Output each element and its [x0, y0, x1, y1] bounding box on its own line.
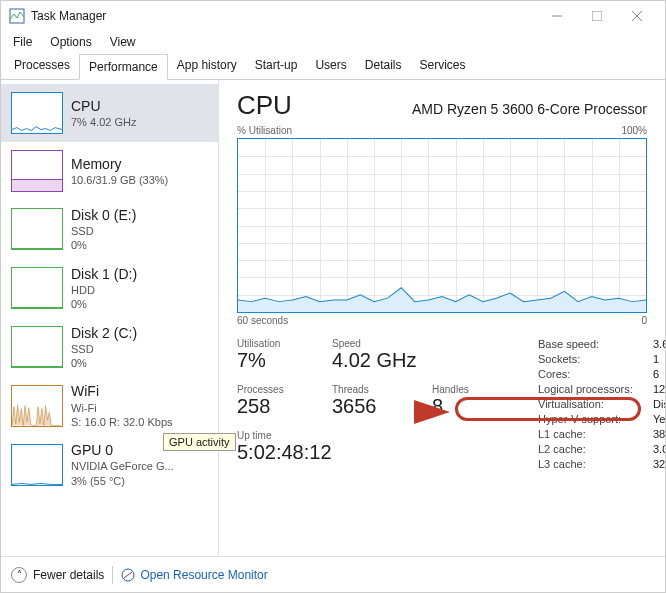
stat-value: Disabled [653, 398, 665, 410]
tab-services[interactable]: Services [410, 53, 474, 79]
memory-thumbnail-graph [11, 150, 63, 192]
body: CPU 7% 4.02 GHz Memory 10.6/31.9 GB (33%… [1, 80, 665, 556]
sidebar-item-sub2: 0% [71, 297, 137, 311]
stat-label: Processes [237, 384, 332, 395]
page-title: CPU [237, 90, 292, 121]
disk-thumbnail-graph [11, 326, 63, 368]
sidebar-item-disk1[interactable]: Disk 1 (D:) HDD 0% [1, 259, 218, 318]
window-title: Task Manager [31, 9, 537, 23]
tooltip: GPU activity [163, 433, 219, 451]
sidebar-item-sub: HDD [71, 283, 137, 297]
sidebar-item-label: WiFi [71, 382, 173, 400]
secondary-stats: Base speed:3.60 GHzSockets:1Cores:6Logic… [538, 338, 665, 472]
stat-label: Handles [432, 384, 532, 395]
fewer-details-label: Fewer details [33, 568, 104, 582]
sidebar-item-disk2[interactable]: Disk 2 (C:) SSD 0% [1, 318, 218, 377]
svg-rect-2 [592, 11, 602, 21]
stat-label: Logical processors: [538, 383, 653, 395]
maximize-button[interactable] [577, 2, 617, 30]
stat-threads: 3656 [332, 395, 432, 418]
svg-line-7 [124, 572, 132, 578]
close-button[interactable] [617, 2, 657, 30]
stat-processes: 258 [237, 395, 332, 418]
sidebar-item-sub2: 0% [71, 238, 136, 252]
tab-performance[interactable]: Performance [79, 54, 168, 80]
sidebar[interactable]: CPU 7% 4.02 GHz Memory 10.6/31.9 GB (33%… [1, 80, 219, 556]
cpu-model: AMD Ryzen 5 3600 6-Core Processor [412, 101, 647, 117]
stat-label: Hyper-V support: [538, 413, 653, 425]
tab-app-history[interactable]: App history [168, 53, 246, 79]
svg-marker-5 [238, 288, 646, 312]
menu-file[interactable]: File [5, 33, 40, 51]
stat-value: 3.0 MB [653, 443, 665, 455]
stat-value: 1 [653, 353, 665, 365]
sidebar-item-sub: Wi-Fi [71, 401, 173, 415]
divider [112, 566, 113, 584]
stat-utilisation: 7% [237, 349, 332, 372]
stat-speed: 4.02 GHz [332, 349, 432, 372]
stat-label: Up time [237, 430, 532, 441]
titlebar[interactable]: Task Manager [1, 1, 665, 31]
sidebar-item-cpu[interactable]: CPU 7% 4.02 GHz [1, 84, 218, 142]
fewer-details-button[interactable]: ˄ Fewer details [11, 567, 104, 583]
cpu-utilisation-chart[interactable] [237, 138, 647, 313]
stat-label: Sockets: [538, 353, 653, 365]
stat-handles: 8 [432, 395, 532, 418]
stat-value: 384 KB [653, 428, 665, 440]
stat-label: L2 cache: [538, 443, 653, 455]
sidebar-item-sub: NVIDIA GeForce G... [71, 459, 174, 473]
main-panel: CPU AMD Ryzen 5 3600 6-Core Processor % … [219, 80, 665, 556]
stat-label: Virtualisation: [538, 398, 653, 410]
tab-details[interactable]: Details [356, 53, 411, 79]
sidebar-item-label: Disk 0 (E:) [71, 206, 136, 224]
disk-thumbnail-graph [11, 208, 63, 250]
minimize-button[interactable] [537, 2, 577, 30]
sidebar-item-sub: SSD [71, 342, 137, 356]
wifi-thumbnail-graph [11, 385, 63, 427]
stat-uptime: 5:02:48:12 [237, 441, 532, 464]
stat-value: 3.60 GHz [653, 338, 665, 350]
stat-label: Threads [332, 384, 432, 395]
sidebar-item-memory[interactable]: Memory 10.6/31.9 GB (33%) [1, 142, 218, 200]
chart-label-topleft: % Utilisation [237, 125, 292, 136]
open-resource-monitor-label: Open Resource Monitor [140, 568, 267, 582]
sidebar-item-wifi[interactable]: WiFi Wi-Fi S: 16.0 R: 32.0 Kbps [1, 376, 218, 435]
sidebar-item-label: GPU 0 [71, 441, 174, 459]
sidebar-item-label: Disk 2 (C:) [71, 324, 137, 342]
window-controls [537, 2, 657, 30]
primary-stats: Utilisation 7% Speed 4.02 GHz Processes … [237, 338, 532, 472]
sidebar-item-sub2: 0% [71, 356, 137, 370]
tab-processes[interactable]: Processes [5, 53, 79, 79]
stat-value: 12 [653, 383, 665, 395]
open-resource-monitor-link[interactable]: Open Resource Monitor [121, 568, 267, 582]
chart-label-topright: 100% [621, 125, 647, 136]
stat-value: 32.0 MB [653, 458, 665, 470]
stat-label: Speed [332, 338, 432, 349]
sidebar-item-sub: SSD [71, 224, 136, 238]
stat-value: 6 [653, 368, 665, 380]
menubar: File Options View [1, 31, 665, 53]
task-manager-window: Task Manager File Options View Processes… [0, 0, 666, 593]
sidebar-item-label: CPU [71, 97, 136, 115]
menu-options[interactable]: Options [42, 33, 99, 51]
disk-thumbnail-graph [11, 267, 63, 309]
sidebar-item-sub2: 3% (55 °C) [71, 474, 174, 488]
menu-view[interactable]: View [102, 33, 144, 51]
sidebar-item-label: Disk 1 (D:) [71, 265, 137, 283]
chevron-up-icon: ˄ [11, 567, 27, 583]
footer: ˄ Fewer details Open Resource Monitor [1, 556, 665, 592]
resource-monitor-icon [121, 568, 135, 582]
task-manager-icon [9, 8, 25, 24]
tab-startup[interactable]: Start-up [246, 53, 307, 79]
sidebar-item-label: Memory [71, 155, 168, 173]
tab-users[interactable]: Users [306, 53, 355, 79]
stat-label: Utilisation [237, 338, 332, 349]
stat-label: L1 cache: [538, 428, 653, 440]
gpu-thumbnail-graph [11, 444, 63, 486]
sidebar-item-disk0[interactable]: Disk 0 (E:) SSD 0% [1, 200, 218, 259]
stat-label: L3 cache: [538, 458, 653, 470]
sidebar-item-sub: 10.6/31.9 GB (33%) [71, 173, 168, 187]
stat-label: Cores: [538, 368, 653, 380]
tabstrip: Processes Performance App history Start-… [1, 53, 665, 80]
chart-label-bottomleft: 60 seconds [237, 315, 288, 326]
